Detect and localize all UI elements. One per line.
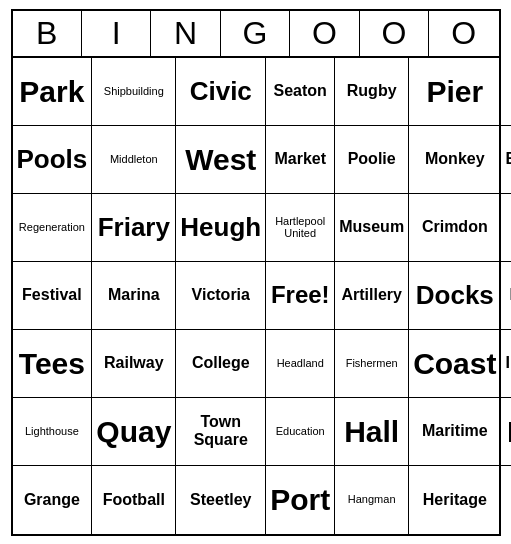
bingo-cell-r2-c6[interactable]: Navigation [501,194,511,262]
bingo-card: BINGOOO ParkShipbuildingCivicSeatonRugby… [11,9,501,536]
cell-text: Pier [426,75,483,108]
cell-text: Hangman [348,493,396,505]
cell-text: Friary [98,213,170,242]
cell-text: Port [270,483,330,516]
bingo-cell-r0-c4[interactable]: Rugby [335,58,409,126]
bingo-cell-r4-c6[interactable]: Industry [501,330,511,398]
header-cell-O4: O [290,11,359,56]
bingo-cell-r2-c1[interactable]: Friary [92,194,176,262]
bingo-cell-r4-c3[interactable]: Headland [266,330,335,398]
cell-text: Industry [506,354,512,372]
bingo-cell-r5-c0[interactable]: Lighthouse [13,398,93,466]
bingo-cell-r1-c2[interactable]: West [176,126,266,194]
cell-text: Hall [344,415,399,448]
header-cell-N2: N [151,11,220,56]
cell-text: Lighthouse [25,425,79,437]
bingo-cell-r0-c3[interactable]: Seaton [266,58,335,126]
cell-text: Hart [507,415,511,448]
bingo-cell-r5-c6[interactable]: Hart [501,398,511,466]
bingo-cell-r5-c3[interactable]: Education [266,398,335,466]
cell-text: Hartlepool United [270,215,330,239]
bingo-cell-r5-c1[interactable]: Quay [92,398,176,466]
cell-text: Railway [104,354,164,372]
cell-text: Football [103,491,165,509]
cell-text: Shipbuilding [104,85,164,97]
cell-text: Heugh [180,213,261,242]
cell-text: Grange [24,491,80,509]
bingo-cell-r6-c3[interactable]: Port [266,466,335,534]
bingo-cell-r0-c1[interactable]: Shipbuilding [92,58,176,126]
bingo-cell-r2-c3[interactable]: Hartlepool United [266,194,335,262]
cell-text: Coast [413,347,496,380]
cell-text: Pools [17,145,88,174]
bingo-cell-r3-c1[interactable]: Marina [92,262,176,330]
bingo-cell-r5-c5[interactable]: Maritime [409,398,501,466]
header-cell-O6: O [429,11,498,56]
cell-text: Marina [108,286,160,304]
bingo-cell-r2-c5[interactable]: Crimdon [409,194,501,262]
bingo-cell-r6-c2[interactable]: Steetley [176,466,266,534]
cell-text: Steetley [190,491,251,509]
cell-text: Tees [19,347,85,380]
cell-text: Poolie [348,150,396,168]
bingo-cell-r0-c2[interactable]: Civic [176,58,266,126]
bingo-cell-r1-c6[interactable]: Brewery [501,126,511,194]
cell-text: Brewery [505,150,511,168]
bingo-cell-r4-c5[interactable]: Coast [409,330,501,398]
header-cell-O5: O [360,11,429,56]
bingo-cell-r3-c0[interactable]: Festival [13,262,93,330]
header-cell-B0: B [13,11,82,56]
cell-text: Market [274,150,326,168]
bingo-grid: ParkShipbuildingCivicSeatonRugbyPierBeac… [13,58,499,534]
bingo-cell-r6-c0[interactable]: Grange [13,466,93,534]
bingo-cell-r1-c1[interactable]: Middleton [92,126,176,194]
cell-text: Education [276,425,325,437]
bingo-cell-r1-c5[interactable]: Monkey [409,126,501,194]
cell-text: Headland [277,357,324,369]
bingo-cell-r3-c3[interactable]: Free! [266,262,335,330]
bingo-cell-r0-c5[interactable]: Pier [409,58,501,126]
cell-text: Victoria [192,286,250,304]
bingo-cell-r0-c6[interactable]: Beach [501,58,511,126]
cell-text: College [192,354,250,372]
cell-text: Civic [190,77,252,106]
bingo-cell-r2-c0[interactable]: Regeneration [13,194,93,262]
bingo-cell-r1-c0[interactable]: Pools [13,126,93,194]
cell-text: Festival [22,286,82,304]
bingo-cell-r2-c2[interactable]: Heugh [176,194,266,262]
bingo-cell-r3-c2[interactable]: Victoria [176,262,266,330]
cell-text: Seaton [274,82,327,100]
bingo-cell-r6-c1[interactable]: Football [92,466,176,534]
bingo-cell-r2-c4[interactable]: Museum [335,194,409,262]
bingo-cell-r6-c4[interactable]: Hangman [335,466,409,534]
cell-text: Monkey [425,150,485,168]
cell-text: Rugby [347,82,397,100]
cell-text: Park [19,75,84,108]
cell-text: Crimdon [422,218,488,236]
bingo-cell-r3-c6[interactable]: Battery [501,262,511,330]
bingo-cell-r1-c4[interactable]: Poolie [335,126,409,194]
bingo-cell-r1-c3[interactable]: Market [266,126,335,194]
bingo-cell-r4-c2[interactable]: College [176,330,266,398]
cell-text: West [185,143,256,176]
bingo-cell-r4-c1[interactable]: Railway [92,330,176,398]
bingo-cell-r4-c0[interactable]: Tees [13,330,93,398]
cell-text: Middleton [110,153,158,165]
cell-text: Artillery [341,286,401,304]
cell-text: Free! [271,281,330,309]
bingo-cell-r6-c6[interactable]: Bay [501,466,511,534]
cell-text: Museum [339,218,404,236]
bingo-cell-r3-c5[interactable]: Docks [409,262,501,330]
cell-text: Heritage [423,491,487,509]
cell-text: Fishermen [346,357,398,369]
cell-text: Regeneration [19,221,85,233]
header-cell-G3: G [221,11,290,56]
bingo-cell-r5-c4[interactable]: Hall [335,398,409,466]
cell-text: Town Square [180,413,261,448]
bingo-cell-r4-c4[interactable]: Fishermen [335,330,409,398]
bingo-cell-r3-c4[interactable]: Artillery [335,262,409,330]
cell-text: Quay [96,415,171,448]
bingo-cell-r5-c2[interactable]: Town Square [176,398,266,466]
bingo-cell-r0-c0[interactable]: Park [13,58,93,126]
bingo-cell-r6-c5[interactable]: Heritage [409,466,501,534]
